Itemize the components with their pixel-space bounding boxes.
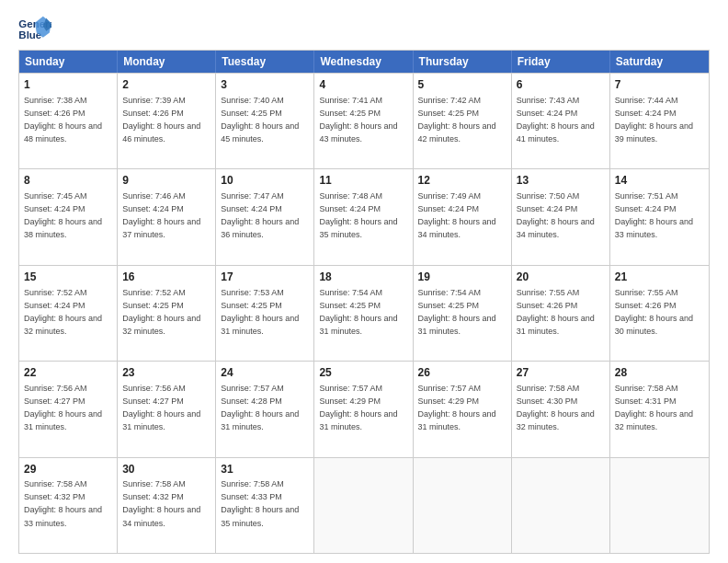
calendar-cell: 30Sunrise: 7:58 AMSunset: 4:32 PMDayligh… — [118, 458, 216, 553]
calendar-cell: 5Sunrise: 7:42 AMSunset: 4:25 PMDaylight… — [414, 74, 512, 168]
day-number: 13 — [517, 173, 605, 189]
calendar-row: 1Sunrise: 7:38 AMSunset: 4:26 PMDaylight… — [19, 73, 709, 168]
calendar-cell: 6Sunrise: 7:43 AMSunset: 4:24 PMDaylight… — [512, 74, 610, 168]
cell-detail: Sunrise: 7:43 AMSunset: 4:24 PMDaylight:… — [517, 96, 595, 144]
cell-detail: Sunrise: 7:50 AMSunset: 4:24 PMDaylight:… — [517, 191, 595, 239]
logo-icon: General Blue — [18, 15, 51, 42]
calendar-row: 22Sunrise: 7:56 AMSunset: 4:27 PMDayligh… — [19, 361, 709, 456]
day-number: 3 — [221, 77, 309, 93]
day-number: 6 — [517, 77, 605, 93]
calendar-header: SundayMondayTuesdayWednesdayThursdayFrid… — [19, 51, 709, 73]
calendar-cell: 31Sunrise: 7:58 AMSunset: 4:33 PMDayligh… — [216, 458, 314, 553]
page: General Blue SundayMondayTuesdayWednesda… — [0, 0, 728, 563]
day-number: 9 — [122, 173, 210, 189]
cell-detail: Sunrise: 7:40 AMSunset: 4:25 PMDaylight:… — [221, 96, 299, 144]
day-number: 23 — [122, 365, 210, 381]
cell-detail: Sunrise: 7:58 AMSunset: 4:32 PMDaylight:… — [24, 479, 102, 527]
cell-detail: Sunrise: 7:54 AMSunset: 4:25 PMDaylight:… — [319, 288, 397, 336]
day-number: 21 — [615, 270, 704, 285]
calendar-cell: 29Sunrise: 7:58 AMSunset: 4:32 PMDayligh… — [19, 458, 118, 553]
day-number: 11 — [319, 173, 407, 189]
cell-detail: Sunrise: 7:48 AMSunset: 4:24 PMDaylight:… — [319, 191, 397, 239]
cell-detail: Sunrise: 7:58 AMSunset: 4:33 PMDaylight:… — [221, 479, 299, 527]
day-number: 17 — [221, 270, 309, 285]
calendar-cell: 14Sunrise: 7:51 AMSunset: 4:24 PMDayligh… — [610, 169, 709, 264]
calendar-cell: 4Sunrise: 7:41 AMSunset: 4:25 PMDaylight… — [314, 74, 413, 168]
cell-detail: Sunrise: 7:38 AMSunset: 4:26 PMDaylight:… — [24, 96, 102, 144]
cell-detail: Sunrise: 7:45 AMSunset: 4:24 PMDaylight:… — [24, 191, 102, 239]
calendar-body: 1Sunrise: 7:38 AMSunset: 4:26 PMDaylight… — [19, 73, 709, 553]
day-number: 31 — [221, 462, 309, 477]
cell-detail: Sunrise: 7:49 AMSunset: 4:24 PMDaylight:… — [418, 191, 496, 239]
calendar-cell: 22Sunrise: 7:56 AMSunset: 4:27 PMDayligh… — [19, 362, 118, 456]
header: General Blue — [18, 15, 710, 42]
calendar-row: 8Sunrise: 7:45 AMSunset: 4:24 PMDaylight… — [19, 168, 709, 264]
day-number: 7 — [615, 77, 704, 93]
calendar-cell: 15Sunrise: 7:52 AMSunset: 4:24 PMDayligh… — [19, 266, 118, 361]
cell-detail: Sunrise: 7:52 AMSunset: 4:25 PMDaylight:… — [122, 288, 200, 336]
cell-detail: Sunrise: 7:39 AMSunset: 4:26 PMDaylight:… — [122, 96, 200, 144]
day-number: 20 — [517, 270, 605, 285]
calendar-cell — [414, 458, 512, 553]
calendar-cell: 13Sunrise: 7:50 AMSunset: 4:24 PMDayligh… — [512, 169, 610, 264]
cell-detail: Sunrise: 7:42 AMSunset: 4:25 PMDaylight:… — [418, 96, 496, 144]
day-number: 28 — [615, 365, 704, 381]
logo: General Blue — [18, 15, 51, 42]
cell-detail: Sunrise: 7:55 AMSunset: 4:26 PMDaylight:… — [615, 288, 693, 336]
day-number: 5 — [418, 77, 506, 93]
calendar-cell: 26Sunrise: 7:57 AMSunset: 4:29 PMDayligh… — [414, 362, 512, 456]
day-number: 1 — [24, 77, 112, 93]
day-number: 19 — [418, 270, 506, 285]
cell-detail: Sunrise: 7:57 AMSunset: 4:29 PMDaylight:… — [418, 384, 496, 431]
day-number: 8 — [24, 173, 112, 189]
calendar-cell: 21Sunrise: 7:55 AMSunset: 4:26 PMDayligh… — [610, 266, 709, 361]
calendar-header-cell: Wednesday — [314, 51, 413, 73]
calendar-header-cell: Saturday — [610, 51, 709, 73]
cell-detail: Sunrise: 7:58 AMSunset: 4:32 PMDaylight:… — [122, 479, 200, 527]
day-number: 26 — [418, 365, 506, 381]
calendar-cell — [314, 458, 413, 553]
calendar-cell: 10Sunrise: 7:47 AMSunset: 4:24 PMDayligh… — [216, 169, 314, 264]
cell-detail: Sunrise: 7:47 AMSunset: 4:24 PMDaylight:… — [221, 191, 299, 239]
calendar-cell: 18Sunrise: 7:54 AMSunset: 4:25 PMDayligh… — [314, 266, 413, 361]
calendar-cell: 11Sunrise: 7:48 AMSunset: 4:24 PMDayligh… — [314, 169, 413, 264]
day-number: 16 — [122, 270, 210, 285]
cell-detail: Sunrise: 7:57 AMSunset: 4:28 PMDaylight:… — [221, 384, 299, 431]
calendar-row: 15Sunrise: 7:52 AMSunset: 4:24 PMDayligh… — [19, 265, 709, 361]
day-number: 24 — [221, 365, 309, 381]
cell-detail: Sunrise: 7:56 AMSunset: 4:27 PMDaylight:… — [24, 384, 102, 431]
cell-detail: Sunrise: 7:41 AMSunset: 4:25 PMDaylight:… — [319, 96, 397, 144]
calendar-cell: 24Sunrise: 7:57 AMSunset: 4:28 PMDayligh… — [216, 362, 314, 456]
day-number: 14 — [615, 173, 704, 189]
calendar-cell: 16Sunrise: 7:52 AMSunset: 4:25 PMDayligh… — [118, 266, 216, 361]
cell-detail: Sunrise: 7:46 AMSunset: 4:24 PMDaylight:… — [122, 191, 200, 239]
cell-detail: Sunrise: 7:44 AMSunset: 4:24 PMDaylight:… — [615, 96, 693, 144]
day-number: 30 — [122, 462, 210, 477]
calendar-cell: 25Sunrise: 7:57 AMSunset: 4:29 PMDayligh… — [314, 362, 413, 456]
calendar-cell: 23Sunrise: 7:56 AMSunset: 4:27 PMDayligh… — [118, 362, 216, 456]
calendar-header-cell: Friday — [512, 51, 610, 73]
calendar-cell: 9Sunrise: 7:46 AMSunset: 4:24 PMDaylight… — [118, 169, 216, 264]
calendar-cell — [610, 458, 709, 553]
day-number: 4 — [319, 77, 407, 93]
cell-detail: Sunrise: 7:54 AMSunset: 4:25 PMDaylight:… — [418, 288, 496, 336]
cell-detail: Sunrise: 7:57 AMSunset: 4:29 PMDaylight:… — [319, 384, 397, 431]
cell-detail: Sunrise: 7:56 AMSunset: 4:27 PMDaylight:… — [122, 384, 200, 431]
calendar-cell: 2Sunrise: 7:39 AMSunset: 4:26 PMDaylight… — [118, 74, 216, 168]
calendar-cell: 3Sunrise: 7:40 AMSunset: 4:25 PMDaylight… — [216, 74, 314, 168]
calendar: SundayMondayTuesdayWednesdayThursdayFrid… — [18, 50, 710, 554]
day-number: 27 — [517, 365, 605, 381]
cell-detail: Sunrise: 7:58 AMSunset: 4:30 PMDaylight:… — [517, 384, 595, 431]
cell-detail: Sunrise: 7:51 AMSunset: 4:24 PMDaylight:… — [615, 191, 693, 239]
day-number: 25 — [319, 365, 407, 381]
calendar-cell: 28Sunrise: 7:58 AMSunset: 4:31 PMDayligh… — [610, 362, 709, 456]
calendar-header-cell: Tuesday — [216, 51, 314, 73]
cell-detail: Sunrise: 7:58 AMSunset: 4:31 PMDaylight:… — [615, 384, 693, 431]
day-number: 15 — [24, 270, 112, 285]
calendar-header-cell: Monday — [118, 51, 216, 73]
calendar-cell: 8Sunrise: 7:45 AMSunset: 4:24 PMDaylight… — [19, 169, 118, 264]
day-number: 12 — [418, 173, 506, 189]
cell-detail: Sunrise: 7:52 AMSunset: 4:24 PMDaylight:… — [24, 288, 102, 336]
calendar-header-cell: Sunday — [19, 51, 118, 73]
calendar-cell — [512, 458, 610, 553]
